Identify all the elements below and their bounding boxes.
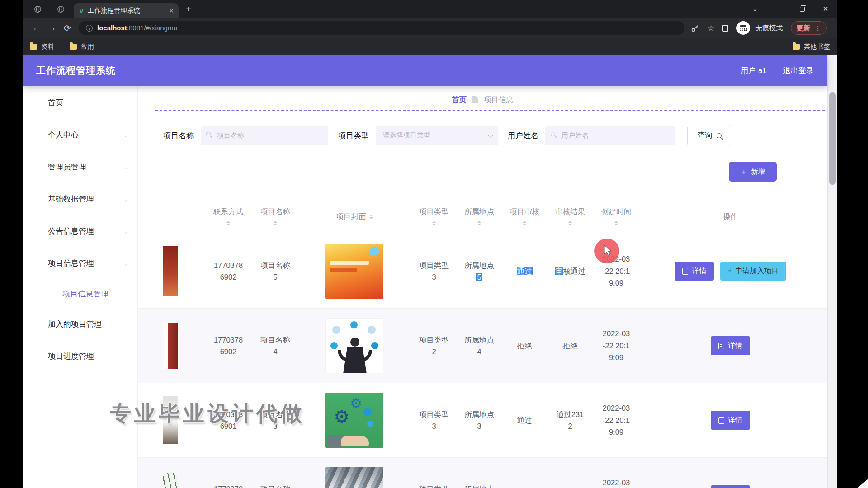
sidebar-item-announcement[interactable]: 公告信息管理 <box>23 215 137 247</box>
tab-divider <box>49 5 49 13</box>
folder-icon <box>30 44 37 50</box>
sort-icon[interactable] <box>369 213 373 221</box>
folder-icon <box>793 44 800 50</box>
cell-result: 拒绝 <box>563 340 578 352</box>
detail-button[interactable]: 详情 <box>711 336 750 355</box>
plus-icon: ＋ <box>741 168 747 176</box>
selected-text: 通过 <box>517 267 533 275</box>
breadcrumb: 首页 项目信息 <box>138 95 827 105</box>
vue-favicon-icon: V <box>79 7 84 14</box>
incognito-label: 无痕模式 <box>755 24 783 33</box>
search-icon <box>206 132 211 136</box>
cell-type: 项目类型 2 <box>419 334 449 358</box>
watermark-text: 专业毕业设计代做 <box>110 399 305 428</box>
sidebar-item-project-progress[interactable]: 项目进度管理 <box>23 340 137 372</box>
reload-button[interactable]: ⟳ <box>60 23 75 33</box>
col-type[interactable]: 项目类型 <box>419 207 449 227</box>
search-button[interactable]: 查询 <box>687 125 731 146</box>
detail-button[interactable]: 详情 <box>711 411 750 430</box>
logout-link[interactable]: 退出登录 <box>783 66 814 76</box>
restore-button[interactable] <box>790 0 814 18</box>
bookmark-folder-2[interactable]: 常用 <box>70 42 94 51</box>
side-panel-icon[interactable] <box>722 25 728 32</box>
project-cover-image[interactable] <box>326 318 383 373</box>
current-user[interactable]: 用户 a1 <box>741 66 767 76</box>
cell-project-name: 项目名称 5 <box>260 259 290 283</box>
add-button[interactable]: ＋ 新增 <box>729 162 777 182</box>
cell-location: 所属地点 2 <box>464 483 494 488</box>
bookmark-star-icon[interactable]: ☆ <box>708 23 714 33</box>
page-scrollbar[interactable] <box>827 55 837 488</box>
selected-text: 5 <box>476 273 481 281</box>
key-icon[interactable] <box>691 24 699 33</box>
document-icon <box>682 268 688 275</box>
update-button[interactable]: 更新 ⋮ <box>791 21 827 35</box>
browser-menu-icon[interactable]: ⋮ <box>815 24 821 32</box>
tab-bar: V 工作流程管理系统 ✕ + ⌄ — ✕ <box>23 0 837 18</box>
address-bar[interactable]: i localhost:8081/#/xiangmu <box>79 21 684 35</box>
scrollbar-thumb[interactable] <box>829 92 836 185</box>
col-result[interactable]: 审核结果 <box>555 207 585 227</box>
sidebar-item-personal-center[interactable]: 个人中心 <box>23 119 137 151</box>
chevron-down-icon <box>123 133 127 137</box>
sidebar-item-joined-projects[interactable]: 加入的项目管理 <box>23 308 137 340</box>
document-icon <box>718 343 724 349</box>
sidebar-item-project-info[interactable]: 项目信息管理 <box>23 247 137 279</box>
active-tab[interactable]: V 工作流程管理系统 ✕ <box>74 3 179 18</box>
forward-button[interactable]: → <box>44 23 60 33</box>
project-cover-image[interactable] <box>326 244 383 299</box>
col-actions: 操作 <box>723 212 738 222</box>
window-chevron-button[interactable]: ⌄ <box>743 0 767 18</box>
sidebar-item-basic-data[interactable]: 基础数据管理 <box>23 183 137 215</box>
bookmark-folder-1[interactable]: 资料 <box>30 42 54 51</box>
apply-join-button[interactable]: ☝申请加入项目 <box>720 262 786 281</box>
detail-button[interactable]: 详情 <box>675 262 714 281</box>
tab-close-icon[interactable]: ✕ <box>169 7 174 14</box>
table-header: 联系方式 项目名称 项目封面 项目类型 所属地点 项目审核 审核结果 创建时间 … <box>138 200 827 234</box>
new-tab-button[interactable]: + <box>186 4 191 14</box>
other-bookmarks[interactable]: 其他书签 <box>793 42 830 51</box>
col-location[interactable]: 所属地点 <box>464 207 494 227</box>
cell-type: 项目类型 3 <box>419 259 449 283</box>
project-cover-image[interactable] <box>326 467 383 488</box>
sort-icon[interactable] <box>614 219 618 227</box>
col-created[interactable]: 创建时间 <box>601 207 631 227</box>
sort-icon[interactable] <box>274 219 277 227</box>
project-type-select[interactable]: 请选择项目类型 <box>376 126 498 145</box>
project-name-input[interactable] <box>201 126 328 145</box>
back-button[interactable]: ← <box>29 23 44 33</box>
sort-icon[interactable] <box>523 219 526 227</box>
user-name-input[interactable] <box>545 126 675 145</box>
col-project-name[interactable]: 项目名称 <box>260 207 290 227</box>
app-header: 工作流程管理系统 用户 a1 退出登录 <box>23 55 827 86</box>
project-cover-image[interactable]: ⚙⚙ <box>326 393 383 448</box>
col-contact[interactable]: 联系方式 <box>213 207 243 227</box>
globe-icon <box>57 5 65 13</box>
minimize-button[interactable]: — <box>767 0 790 18</box>
cell-audit: 拒绝 <box>517 340 532 352</box>
sort-icon[interactable] <box>568 219 572 227</box>
detail-button[interactable]: 详情 <box>711 485 750 488</box>
cell-location: 所属地点 4 <box>464 334 494 358</box>
table-row: 1770378 6902 项目名称 5 项目类型 3 所属地点5 通过 审核通过… <box>138 234 827 309</box>
pinned-tab-1[interactable] <box>29 2 46 16</box>
sort-icon[interactable] <box>477 219 481 227</box>
filter-user-label: 用户姓名 <box>508 131 538 141</box>
table-row: 1770378 6902 项目名称 4 项目类型 2 所属地点 4 拒绝 拒绝 … <box>138 309 827 383</box>
filter-name-label: 项目名称 <box>163 131 194 141</box>
col-audit[interactable]: 项目审核 <box>509 207 539 227</box>
pinned-tab-2[interactable] <box>52 2 69 16</box>
sidebar-item-admin-mgmt[interactable]: 管理员管理 <box>23 151 137 183</box>
bookmarks-bar: 资料 常用 其他书签 <box>23 38 837 55</box>
site-info-icon[interactable]: i <box>86 25 93 32</box>
close-button[interactable]: ✕ <box>814 0 837 18</box>
hand-icon: ☝ <box>727 267 731 275</box>
sort-icon[interactable] <box>226 219 230 227</box>
sidebar-item-home[interactable]: 首页 <box>23 87 137 119</box>
col-cover[interactable]: 项目封面 <box>336 212 373 222</box>
cell-type: 项目类型 3 <box>419 408 449 432</box>
breadcrumb-home[interactable]: 首页 <box>452 95 467 105</box>
sidebar-subitem-project-info-active[interactable]: 项目信息管理 <box>23 279 137 308</box>
filter-row: 项目名称 项目类型 请选择项目类型 用户姓名 查询 <box>138 125 827 146</box>
sort-icon[interactable] <box>432 219 436 227</box>
